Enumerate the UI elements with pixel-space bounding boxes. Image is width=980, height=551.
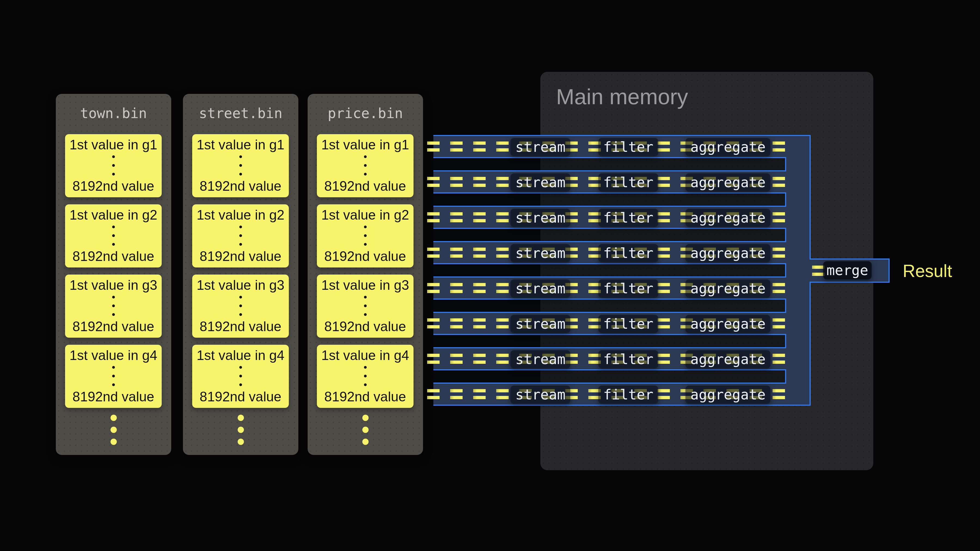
stream-chip: stream — [511, 173, 570, 192]
group-first-value: 1st value in g4 — [69, 348, 157, 363]
main-memory-title: Main memory — [556, 84, 688, 110]
aggregate-chip: aggregate — [686, 279, 770, 298]
stream-chip: stream — [511, 244, 570, 262]
ellipsis-dots-icon — [364, 296, 367, 316]
group-first-value: 1st value in g3 — [321, 278, 409, 292]
group-first-value: 1st value in g2 — [321, 208, 409, 222]
ellipsis-dots-icon — [112, 225, 115, 246]
file-name-label: price.bin — [308, 105, 423, 122]
buffer-box — [433, 194, 786, 206]
group-box-g2: 1st value in g2 8192nd value — [65, 204, 162, 267]
filter-chip: filter — [598, 350, 658, 368]
ellipsis-dots-icon — [364, 156, 367, 176]
group-box-g2: 1st value in g2 8192nd value — [317, 204, 414, 267]
group-last-value: 8192nd value — [200, 179, 281, 194]
group-last-value: 8192nd value — [200, 319, 281, 334]
aggregate-chip: aggregate — [686, 350, 770, 368]
group-first-value: 1st value in g2 — [69, 208, 157, 222]
group-first-value: 1st value in g3 — [197, 278, 284, 292]
group-box-g1: 1st value in g1 8192nd value — [317, 134, 414, 197]
group-first-value: 1st value in g2 — [197, 208, 284, 222]
pipeline-row: stream filter aggregate — [433, 347, 786, 370]
group-box-g4: 1st value in g4 8192nd value — [192, 345, 289, 408]
file-column-town: town.bin 1st value in g1 8192nd value 1s… — [56, 94, 171, 455]
aggregate-chip: aggregate — [686, 386, 770, 404]
merge-chip: merge — [823, 261, 872, 279]
group-last-value: 8192nd value — [324, 249, 406, 264]
pipeline-row: stream filter aggregate — [433, 170, 786, 194]
pipeline-row: stream filter aggregate — [433, 135, 786, 158]
buffer-box — [433, 335, 786, 347]
group-last-value: 8192nd value — [200, 389, 281, 404]
file-name-label: town.bin — [56, 105, 171, 122]
filter-chip: filter — [598, 173, 658, 192]
ellipsis-dots-icon — [364, 225, 367, 246]
group-box-g3: 1st value in g3 8192nd value — [192, 275, 289, 338]
ellipsis-dots-icon — [239, 296, 242, 316]
group-box-g4: 1st value in g4 8192nd value — [317, 345, 414, 408]
pipeline-row: stream filter aggregate — [433, 276, 786, 300]
filter-chip: filter — [598, 279, 658, 298]
ellipsis-dots-icon — [112, 156, 115, 176]
ellipsis-dots-icon — [239, 366, 242, 386]
file-column-price: price.bin 1st value in g1 8192nd value 1… — [308, 94, 423, 455]
group-box-g1: 1st value in g1 8192nd value — [65, 134, 162, 197]
pipeline-row: stream filter aggregate — [433, 241, 786, 264]
stream-chip: stream — [511, 279, 570, 298]
buffer-box — [433, 300, 786, 312]
aggregate-chip: aggregate — [686, 315, 770, 333]
stream-chip: stream — [511, 350, 570, 368]
group-first-value: 1st value in g1 — [321, 137, 409, 152]
group-box-g3: 1st value in g3 8192nd value — [65, 275, 162, 338]
more-groups-dots-icon — [183, 415, 298, 445]
stream-chip: stream — [511, 209, 570, 227]
group-last-value: 8192nd value — [324, 389, 406, 404]
group-last-value: 8192nd value — [324, 179, 406, 194]
ellipsis-dots-icon — [239, 225, 242, 246]
group-box-g1: 1st value in g1 8192nd value — [192, 134, 289, 197]
file-column-street: street.bin 1st value in g1 8192nd value … — [183, 94, 298, 455]
buffer-box — [433, 264, 786, 276]
filter-chip: filter — [598, 138, 658, 156]
pipeline-row: stream filter aggregate — [433, 206, 786, 229]
aggregate-chip: aggregate — [686, 244, 770, 262]
group-first-value: 1st value in g1 — [69, 137, 157, 152]
buffer-box — [433, 158, 786, 170]
group-last-value: 8192nd value — [72, 389, 154, 404]
group-box-g3: 1st value in g3 8192nd value — [317, 275, 414, 338]
more-groups-dots-icon — [56, 415, 171, 445]
ellipsis-dots-icon — [112, 296, 115, 316]
stream-chip: stream — [511, 315, 570, 333]
group-first-value: 1st value in g4 — [197, 348, 284, 363]
pipeline-row: stream filter aggregate — [433, 383, 786, 406]
ellipsis-dots-icon — [112, 366, 115, 386]
data-flow-dashes-icon — [812, 265, 825, 276]
diagram-canvas: town.bin 1st value in g1 8192nd value 1s… — [0, 0, 980, 551]
group-last-value: 8192nd value — [72, 319, 154, 334]
merge-collector — [786, 135, 811, 406]
group-last-value: 8192nd value — [72, 179, 154, 194]
result-label: Result — [903, 261, 952, 281]
group-last-value: 8192nd value — [72, 249, 154, 264]
filter-chip: filter — [598, 315, 658, 333]
aggregate-chip: aggregate — [686, 173, 770, 192]
aggregate-chip: aggregate — [686, 138, 770, 156]
file-name-label: street.bin — [183, 105, 298, 122]
group-last-value: 8192nd value — [324, 319, 406, 334]
group-first-value: 1st value in g1 — [197, 137, 284, 152]
group-last-value: 8192nd value — [200, 249, 281, 264]
group-box-g4: 1st value in g4 8192nd value — [65, 345, 162, 408]
buffer-box — [433, 229, 786, 241]
group-first-value: 1st value in g3 — [69, 278, 157, 292]
group-box-g2: 1st value in g2 8192nd value — [192, 204, 289, 267]
stream-chip: stream — [511, 386, 570, 404]
filter-chip: filter — [598, 209, 658, 227]
more-groups-dots-icon — [308, 415, 423, 445]
filter-chip: filter — [598, 386, 658, 404]
group-first-value: 1st value in g4 — [321, 348, 409, 363]
ellipsis-dots-icon — [364, 366, 367, 386]
aggregate-chip: aggregate — [686, 209, 770, 227]
buffer-box — [433, 370, 786, 383]
pipeline-row: stream filter aggregate — [433, 312, 786, 335]
stream-chip: stream — [511, 138, 570, 156]
